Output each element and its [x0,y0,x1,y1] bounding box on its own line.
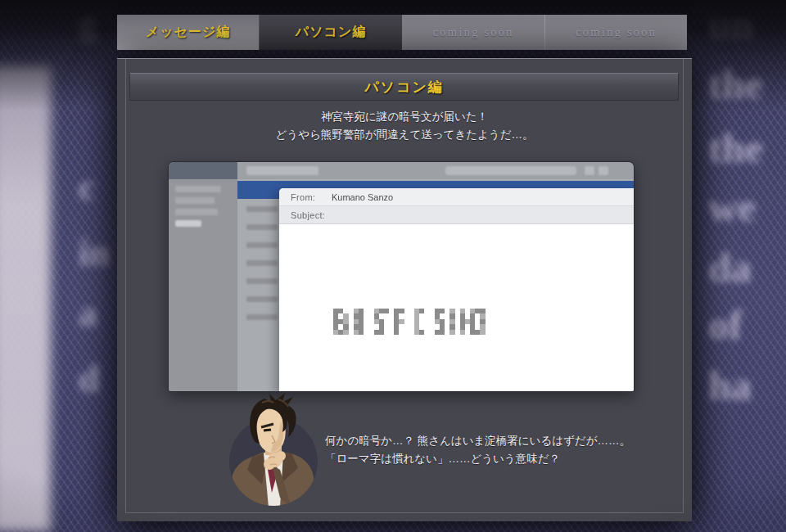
subject-label: Subject: [291,210,328,220]
mail-sidebar-header [169,162,237,179]
intro-line-2: どうやら熊野警部が間違えて送ってきたようだ…。 [117,126,692,144]
mail-sidebar [169,162,237,391]
tab-message-hen[interactable]: メッセージ編 [117,15,260,50]
jinguji-avatar [221,393,326,507]
background-word: da [708,244,752,291]
blurred-mail-row [246,206,278,212]
blurred-mail-row [246,242,278,248]
blurred-mail-row [246,278,278,284]
tab-coming-soon-2: coming soon [544,15,687,50]
blurred-mail-row [246,224,278,230]
intro-text: 神宮寺宛に謎の暗号文が届いた！ どうやら熊野警部が間違えて送ってきたようだ…。 [117,108,692,144]
background-word: a [79,291,97,335]
email-screenshot: From: Kumano Sanzo Subject: [169,162,634,391]
blurred-mail-row [246,260,278,266]
tab-coming-soon-1: coming soon [402,15,544,50]
mail-from-row: From: Kumano Sanzo [279,188,634,206]
page-title: パソコン編 [129,73,679,101]
mail-subject-row: Subject: [279,206,634,224]
tab-bar: メッセージ編 パソコン編 coming soon coming soon [117,15,692,50]
dialogue-text: 何かの暗号か…？ 熊さんはいま淀橋署にいるはずだが……。 「ローマ字は慣れない」… [325,432,630,468]
blurred-sidebar-item [175,186,221,192]
blurred-window-title [246,166,318,175]
cipher-pixelated-text [333,309,486,335]
background-word: we [708,183,756,231]
page: cinadg thethewedaofhaun メッセージ編 パソコン編 com… [0,0,786,532]
blurred-search-bar [445,166,576,175]
blurred-mail-row [246,314,278,320]
blurred-toolbar-button [585,166,594,175]
from-label: From: [291,192,328,202]
dialogue-line-1: 何かの暗号か…？ 熊さんはいま淀橋署にいるはずだが……。 [325,432,630,450]
main-panel: パソコン編 神宮寺宛に謎の暗号文が届いた！ どうやら熊野警部が間違えて送ってきた… [117,58,692,521]
blurred-toolbar-button [599,166,608,175]
tab-pasokon-hen[interactable]: パソコン編 [260,15,402,50]
blurred-mail-row [246,296,278,302]
dialogue-line-2: 「ローマ字は慣れない」……どういう意味だ？ [325,450,630,468]
blurred-sidebar-item [175,209,218,215]
intro-line-1: 神宮寺宛に謎の暗号文が届いた！ [117,108,692,126]
blurred-sidebar-item [175,197,215,204]
background-word: d [79,357,100,400]
mail-message-window: From: Kumano Sanzo Subject: [279,188,634,391]
background-word: c [79,165,95,209]
background-word: the [708,124,763,172]
background-word: ha [708,362,752,409]
background-word: of [708,301,743,349]
mail-toolbar [237,162,634,179]
from-value: Kumano Sanzo [332,192,393,202]
blurred-sidebar-item [175,220,201,227]
background-word: in [79,231,110,274]
